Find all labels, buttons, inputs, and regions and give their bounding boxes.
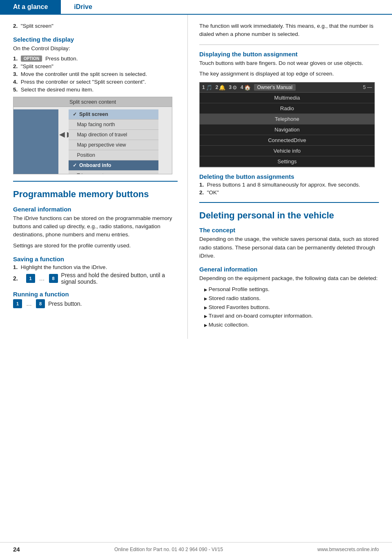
bmw-display-image: 1 🎵 2 🔔 3 ⚙ 4 🏠 Owner's Manual 5 — xyxy=(199,82,375,167)
selecting-display-steps: 1. OPTION Press button. 2. "Split screen… xyxy=(13,56,178,93)
option-button-icon: OPTION xyxy=(21,56,42,62)
prog-general-info-text1: The iDrive functions can be stored on th… xyxy=(13,214,178,239)
menu-item-map-north: Map facing north xyxy=(69,120,158,130)
page-number: 24 xyxy=(13,546,20,553)
split-left-map xyxy=(13,109,58,174)
footer-edition: Online Edition for Part no. 01 40 2 964 … xyxy=(114,547,223,552)
step-2: 2. "Split screen" xyxy=(13,63,178,69)
section-divider-1 xyxy=(13,181,178,182)
deleting-personal-heading: Deleting personal in the vehicle xyxy=(199,210,379,221)
menu-item-onboard-info: ✓ Onboard info xyxy=(69,160,158,171)
saving-heading: Saving a function xyxy=(13,256,178,262)
step-3: 3. Move the controller until the split s… xyxy=(13,71,178,77)
menu-radio: Radio xyxy=(200,103,374,114)
deleting-assignments-heading: Deleting the button assignments xyxy=(199,173,379,180)
function-note: The function will work immediately. This… xyxy=(199,22,379,39)
del-step1: 1. Press buttons 1 and 8 simultaneously … xyxy=(199,182,379,188)
saving-step2-text: Press and hold the desired button, until… xyxy=(61,272,178,285)
display-tab-4: 4 🏠 xyxy=(241,85,251,91)
section-divider-2 xyxy=(199,202,379,203)
displaying-text2: The key assignment is displayed at top e… xyxy=(199,70,379,78)
bmw-display-tabs: 1 🎵 2 🔔 3 ⚙ 4 🏠 Owner's Manual 5 — xyxy=(200,82,374,93)
prog-general-info-heading: General information xyxy=(13,206,178,213)
tab-at-a-glance[interactable]: At a glance xyxy=(0,0,61,14)
menu-connected-drive: ConnectedDrive xyxy=(200,135,374,146)
running-btn1-icon: 1 xyxy=(13,299,22,308)
del-item-2: Stored radio stations. xyxy=(204,294,379,303)
step-1: 1. OPTION Press button. xyxy=(13,56,178,62)
menu-vehicle-info: Vehicle info xyxy=(200,146,374,156)
split-menu: ✓ Split screen Map facing north Map dire… xyxy=(69,109,158,174)
running-heading: Running a function xyxy=(13,291,178,298)
display-tab-2: 2 🔔 xyxy=(216,85,226,91)
divider-1 xyxy=(199,44,379,45)
menu-item-trip-computer: Trip computer xyxy=(69,171,158,174)
btn-1-icon: 1 xyxy=(26,274,35,283)
menu-settings: Settings xyxy=(200,156,374,167)
footer: 24 Online Edition for Part no. 01 40 2 9… xyxy=(0,542,392,556)
running-text: Press button. xyxy=(48,300,82,307)
display-tab-5: 5 — xyxy=(363,85,372,90)
running-dots-icon: … xyxy=(26,300,32,307)
del-general-info-heading: General information xyxy=(199,266,379,273)
saving-step2: 2. 1 … 8 Press and hold the desired butt… xyxy=(13,272,178,285)
display-tab-3: 3 ⚙ xyxy=(229,85,237,91)
split-screen-header: Split screen content xyxy=(13,97,172,107)
concept-heading: The concept xyxy=(199,227,379,234)
main-content: 2. "Split screen" Selecting the display … xyxy=(0,15,392,339)
step-5: 5. Select the desired menu item. xyxy=(13,87,178,93)
header-tabs: At a glance iDrive xyxy=(0,0,392,15)
del-step2: 2. "OK" xyxy=(199,189,379,196)
del-item-1: Personal Profile settings. xyxy=(204,285,379,294)
del-item-4: Travel and on-board comupter information… xyxy=(204,311,379,320)
menu-navigation: Navigation xyxy=(200,125,374,135)
menu-telephone: Telephone xyxy=(200,114,374,125)
split-screen-image: Split screen content ◀ ▶ ✓ Split screen … xyxy=(13,97,172,174)
btn-8-icon: 8 xyxy=(49,274,58,283)
menu-multimedia: Multimedia xyxy=(200,93,374,103)
running-btn8-icon: 8 xyxy=(36,299,45,308)
programmable-heading: Programmable memory buttons xyxy=(13,189,178,200)
right-column: The function will work immediately. This… xyxy=(188,15,392,339)
prog-general-info-text2: Settings are stored for the profile curr… xyxy=(13,242,178,250)
footer-site: www.bmwsecrets.online.info xyxy=(317,547,379,552)
menu-item-map-direction: Map direction of travel xyxy=(69,130,158,140)
del-general-info-intro: Depending on the equipment package, the … xyxy=(199,274,379,282)
displaying-heading: Displaying the button assignment xyxy=(199,51,379,58)
tab-idrive[interactable]: iDrive xyxy=(61,0,105,14)
left-column: 2. "Split screen" Selecting the display … xyxy=(0,15,188,339)
bmw-menu-items: Multimedia Radio Telephone Navigation Co… xyxy=(200,93,374,167)
step-4: 4. Press the controller or select "Split… xyxy=(13,79,178,85)
saving-step1: 1. Highlight the function via the iDrive… xyxy=(13,264,178,270)
item2-split-screen: 2. "Split screen" xyxy=(13,22,178,30)
menu-item-split-screen: ✓ Split screen xyxy=(69,109,158,120)
displaying-text1: Touch buttons with bare fingers. Do not … xyxy=(199,59,379,67)
dots-icon: … xyxy=(39,275,45,282)
running-func-row: 1 … 8 Press button. xyxy=(13,299,178,308)
menu-item-position: Position xyxy=(69,150,158,160)
concept-text: Depending on the usage, the vehicle save… xyxy=(199,235,379,260)
selecting-display-heading: Selecting the display xyxy=(13,36,178,43)
del-item-5: Music collection. xyxy=(204,320,379,329)
del-items-list: Personal Profile settings. Stored radio … xyxy=(204,285,379,329)
menu-item-map-perspective: Map perspective view xyxy=(69,140,158,150)
display-tab-1: 1 🎵 xyxy=(202,85,212,91)
del-item-3: Stored Favorites buttons. xyxy=(204,303,379,312)
selecting-display-intro: On the Control Display: xyxy=(13,44,178,53)
display-tab-manual: Owner's Manual xyxy=(254,84,296,91)
